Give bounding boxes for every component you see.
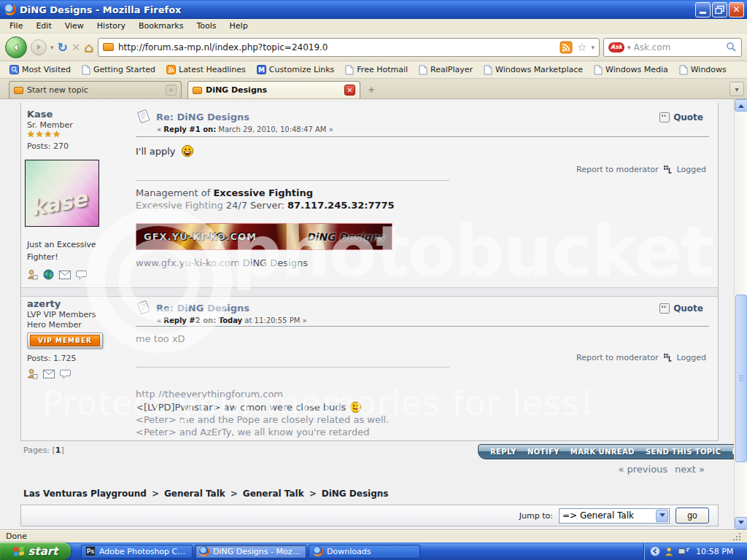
task-photoshop[interactable]: Ps Adobe Photoshop CS...	[81, 545, 193, 559]
page-viewport: Kase Sr. Member ★★★★ Posts: 270 kase Jus…	[0, 99, 747, 529]
forward-button[interactable]	[31, 39, 47, 55]
notify-button[interactable]: NOTIFY	[527, 448, 560, 456]
url-dropdown-caret-icon[interactable]: ▾	[591, 44, 595, 51]
rank-stars-icon: ★★★★	[27, 129, 61, 139]
site-favicon-icon	[103, 43, 114, 51]
bookmark-windows[interactable]: Windows	[674, 63, 732, 77]
tray-network-icon[interactable]	[678, 547, 690, 556]
sig-text: 24/7 Server:	[223, 200, 287, 211]
back-button[interactable]	[5, 36, 27, 58]
username-link[interactable]: Kase	[27, 109, 53, 120]
username-link[interactable]: azerty	[27, 298, 61, 309]
menu-tools[interactable]: Tools	[190, 20, 222, 32]
tab-start-new-topic[interactable]: Start new topic ✕	[9, 81, 182, 98]
view-profile-icon[interactable]	[27, 269, 38, 280]
menu-file[interactable]: File	[3, 20, 29, 32]
next-topic-link[interactable]: next »	[675, 464, 705, 475]
minimize-button[interactable]	[695, 2, 711, 18]
tray-user-icon[interactable]	[665, 547, 673, 556]
home-button[interactable]: ⌂	[84, 39, 94, 55]
tab-label: Start new topic	[27, 85, 162, 95]
search-input[interactable]	[634, 42, 723, 52]
menu-bookmarks[interactable]: Bookmarks	[132, 20, 190, 32]
reply-label: Reply #2 on:	[163, 316, 216, 324]
reply-button[interactable]: REPLY	[490, 448, 516, 456]
sig-url-link[interactable]: www.gfx.yu-ki-ko.com	[136, 257, 240, 268]
task-firefox-ding-designs[interactable]: DiNG Designs - Mozilla...	[195, 545, 306, 559]
ask-engine-icon[interactable]: Ask	[608, 42, 624, 52]
menu-view[interactable]: View	[58, 20, 90, 32]
page-icon	[679, 65, 688, 75]
email-icon[interactable]	[59, 271, 71, 279]
breadcrumb-category-link[interactable]: General Talk	[164, 489, 225, 499]
message-title-link[interactable]: Re: DiNG Designs	[156, 303, 249, 314]
post-body-text: I'll apply	[136, 146, 176, 157]
vertical-scrollbar[interactable]	[734, 99, 747, 529]
tab-close-icon[interactable]: ✕	[166, 85, 177, 96]
restore-icon	[715, 5, 724, 14]
bookmark-latest-headlines[interactable]: Latest Headlines	[161, 63, 251, 76]
website-globe-icon[interactable]	[43, 269, 54, 280]
resize-grip[interactable]	[732, 532, 741, 541]
bookmark-star-icon[interactable]: ☆	[577, 41, 587, 54]
tab-close-icon[interactable]: ✕	[344, 85, 355, 96]
quote-button[interactable]: Quote	[659, 112, 703, 122]
go-button[interactable]: go	[676, 508, 709, 524]
start-button[interactable]: start	[0, 542, 71, 560]
sig-link[interactable]: Excessive Fighting	[136, 200, 223, 211]
menu-history[interactable]: History	[90, 20, 132, 32]
select-dropdown-icon[interactable]	[656, 510, 668, 522]
url-input[interactable]	[118, 42, 555, 52]
report-to-moderator-link[interactable]: Report to moderator	[576, 165, 659, 174]
scroll-up-button[interactable]	[735, 99, 747, 112]
breadcrumb-separator: >	[309, 489, 317, 499]
scrollbar-thumb[interactable]	[735, 295, 747, 462]
send-this-topic-button[interactable]: SEND THIS TOPIC	[646, 448, 721, 456]
history-dropdown-caret-icon[interactable]: ▾	[50, 44, 54, 51]
restore-button[interactable]	[712, 2, 727, 18]
email-icon[interactable]	[43, 370, 55, 378]
personal-message-icon[interactable]	[60, 369, 71, 379]
address-bar[interactable]: ☆ ▾	[98, 38, 600, 57]
refresh-button[interactable]: ↻	[58, 40, 68, 55]
bookmark-label: Getting Started	[93, 65, 155, 74]
list-all-tabs-button[interactable]: ▾	[729, 82, 744, 96]
search-magnifier-icon[interactable]	[726, 42, 737, 52]
search-bar[interactable]: Ask ▾	[603, 38, 742, 57]
close-button[interactable]: ✕	[729, 2, 744, 18]
bookmark-free-hotmail[interactable]: Free Hotmail	[340, 63, 413, 77]
signature-link[interactable]: http://theeverythingforum.com	[136, 389, 283, 400]
bookmark-windows-media[interactable]: Windows Media	[589, 63, 673, 77]
breadcrumb-board-link[interactable]: Las Venturas Playground	[23, 489, 147, 499]
tab-ding-designs[interactable]: DiNG Designs ✕	[187, 81, 360, 98]
post-row-azerty: azerty LVP VIP Members Hero Member VIP M…	[21, 297, 718, 441]
windows-taskbar: start Ps Adobe Photoshop CS... DiNG Desi…	[0, 542, 747, 560]
report-to-moderator-link[interactable]: Report to moderator	[576, 353, 659, 362]
previous-topic-link[interactable]: « previous	[618, 464, 667, 475]
breadcrumb-topic[interactable]: DiNG Designs	[322, 489, 389, 499]
bookmark-windows-marketplace[interactable]: Windows Marketplace	[479, 63, 588, 77]
personal-message-icon[interactable]	[76, 270, 87, 280]
menu-help[interactable]: Help	[223, 20, 255, 32]
bookmark-most-visited[interactable]: Most Visited	[4, 63, 76, 76]
message-title-link[interactable]: Re: DiNG Designs	[156, 112, 249, 122]
engine-dropdown-caret-icon[interactable]: ▾	[627, 44, 631, 51]
task-label: Downloads	[327, 547, 371, 556]
task-downloads[interactable]: Downloads	[309, 545, 420, 559]
menu-edit[interactable]: Edit	[29, 20, 58, 32]
stop-button[interactable]: ✕	[71, 41, 81, 54]
bookmark-realplayer[interactable]: RealPlayer	[414, 63, 478, 77]
jump-to-select[interactable]: => General Talk	[559, 508, 670, 524]
new-tab-button[interactable]: +	[365, 83, 378, 96]
breadcrumb-board2-link[interactable]: General Talk	[243, 489, 304, 499]
mark-unread-button[interactable]: MARK UNREAD	[570, 448, 635, 456]
signature-quote-1: <[LVPD]Pwnstar> aw cmon were close buds	[136, 401, 362, 413]
quote-button[interactable]: Quote	[659, 303, 703, 314]
hide-tray-icons-button[interactable]	[650, 546, 660, 556]
signature-divider	[136, 367, 449, 368]
view-profile-icon[interactable]	[27, 368, 38, 379]
rss-feed-icon[interactable]	[560, 41, 573, 54]
bookmark-getting-started[interactable]: Getting Started	[77, 63, 160, 77]
scroll-down-button[interactable]	[735, 517, 747, 529]
bookmark-customize-links[interactable]: MCustomize Links	[252, 63, 340, 76]
